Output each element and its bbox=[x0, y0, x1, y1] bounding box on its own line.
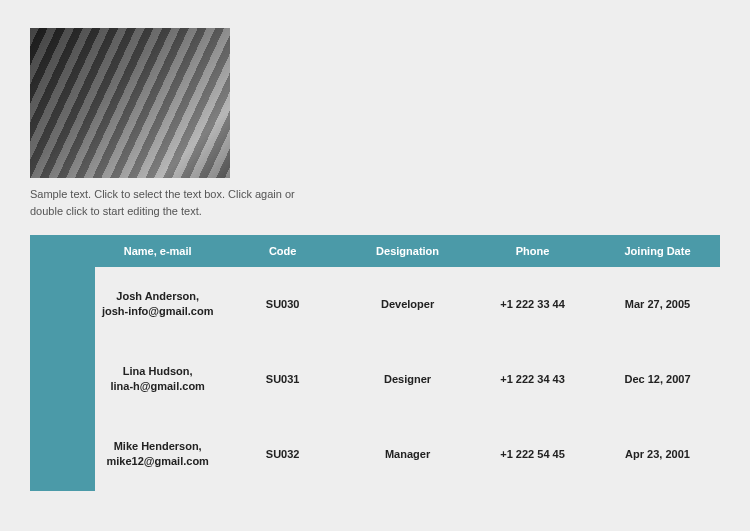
table-body: Josh Anderson, josh-info@gmail.com SU030… bbox=[95, 267, 720, 491]
table-row: Mike Henderson, mike12@gmail.com SU032 M… bbox=[95, 417, 720, 492]
cell-designation: Developer bbox=[345, 267, 470, 342]
col-name: Name, e-mail bbox=[95, 235, 220, 267]
col-code: Code bbox=[220, 235, 345, 267]
table-sidebar bbox=[30, 235, 95, 491]
employee-table: Name, e-mail Code Designation Phone Join… bbox=[95, 235, 720, 491]
col-date: Joining Date bbox=[595, 235, 720, 267]
cell-date: Mar 27, 2005 bbox=[595, 267, 720, 342]
cell-code: SU031 bbox=[220, 342, 345, 417]
col-phone: Phone bbox=[470, 235, 595, 267]
cell-designation: Designer bbox=[345, 342, 470, 417]
cell-name: Josh Anderson, josh-info@gmail.com bbox=[95, 267, 220, 342]
cell-code: SU030 bbox=[220, 267, 345, 342]
cell-date: Dec 12, 2007 bbox=[595, 342, 720, 417]
table-row: Lina Hudson, lina-h@gmail.com SU031 Desi… bbox=[95, 342, 720, 417]
cell-name: Mike Henderson, mike12@gmail.com bbox=[95, 417, 220, 492]
cell-phone: +1 222 33 44 bbox=[470, 267, 595, 342]
table-header-row: Name, e-mail Code Designation Phone Join… bbox=[95, 235, 720, 267]
row-email: lina-h@gmail.com bbox=[110, 380, 204, 392]
sample-text[interactable]: Sample text. Click to select the text bo… bbox=[30, 186, 310, 219]
content-card: Sample text. Click to select the text bo… bbox=[30, 28, 720, 491]
row-email: josh-info@gmail.com bbox=[102, 305, 214, 317]
cell-date: Apr 23, 2001 bbox=[595, 417, 720, 492]
col-designation: Designation bbox=[345, 235, 470, 267]
cell-name: Lina Hudson, lina-h@gmail.com bbox=[95, 342, 220, 417]
cell-designation: Manager bbox=[345, 417, 470, 492]
row-email: mike12@gmail.com bbox=[106, 455, 208, 467]
row-name: Mike Henderson, bbox=[114, 440, 202, 452]
table-row: Josh Anderson, josh-info@gmail.com SU030… bbox=[95, 267, 720, 342]
row-name: Lina Hudson, bbox=[123, 365, 193, 377]
cell-code: SU032 bbox=[220, 417, 345, 492]
row-name: Josh Anderson, bbox=[116, 290, 199, 302]
hero-image bbox=[30, 28, 230, 178]
cell-phone: +1 222 54 45 bbox=[470, 417, 595, 492]
cell-phone: +1 222 34 43 bbox=[470, 342, 595, 417]
table-container: Name, e-mail Code Designation Phone Join… bbox=[30, 235, 720, 491]
